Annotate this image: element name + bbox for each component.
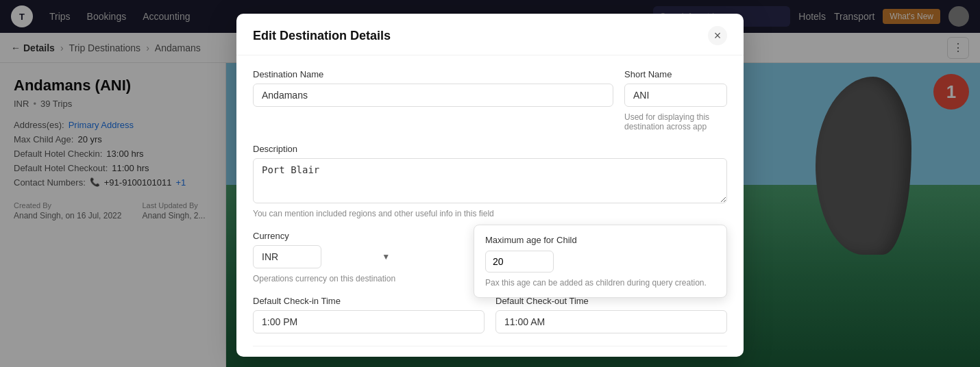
checkin-time-label: Default Check-in Time — [253, 296, 485, 306]
modal: Edit Destination Details × Destination N… — [236, 14, 744, 357]
description-label: Description — [253, 144, 727, 154]
destination-name-label: Destination Name — [253, 69, 613, 79]
modal-bottom-divider — [253, 346, 727, 346]
modal-close-button[interactable]: × — [708, 26, 727, 45]
checkout-time-input[interactable] — [495, 310, 727, 333]
destination-name-input[interactable] — [253, 84, 613, 107]
modal-header: Edit Destination Details × — [236, 14, 744, 55]
description-hint: You can mention included regions and oth… — [253, 209, 727, 218]
max-age-hint: Pax this age can be added as children du… — [485, 278, 715, 288]
currency-group: Currency INR USD EUR ▼ Operations curren… — [253, 231, 395, 283]
description-textarea[interactable] — [253, 158, 727, 203]
form-row-names: Destination Name Short Name Used for dis… — [253, 69, 727, 131]
short-name-group: Short Name Used for displaying this dest… — [624, 69, 727, 131]
currency-hint: Operations currency on this destination — [253, 274, 395, 283]
short-name-label: Short Name — [624, 69, 727, 79]
modal-title: Edit Destination Details — [253, 29, 391, 43]
modal-body: Destination Name Short Name Used for dis… — [236, 55, 744, 357]
checkin-group: Default Check-in Time — [253, 296, 485, 333]
short-name-input[interactable] — [624, 84, 727, 107]
max-age-input[interactable] — [485, 251, 554, 273]
currency-select[interactable]: INR USD EUR — [253, 245, 321, 268]
max-age-label: Maximum age for Child — [485, 235, 715, 245]
short-name-hint: Used for displaying this destination acr… — [624, 112, 727, 131]
max-age-popover: Maximum age for Child Pax this age can b… — [474, 225, 727, 298]
description-group: Description You can mention included reg… — [253, 144, 727, 218]
modal-overlay: Edit Destination Details × Destination N… — [0, 0, 980, 367]
checkin-time-input[interactable] — [253, 310, 485, 333]
currency-select-wrapper: INR USD EUR ▼ — [253, 245, 395, 268]
destination-name-group: Destination Name — [253, 69, 613, 131]
form-row-times: Default Check-in Time Default Check-out … — [253, 296, 727, 333]
checkout-group: Default Check-out Time — [495, 296, 727, 333]
select-arrow-icon: ▼ — [382, 252, 390, 262]
currency-label: Currency — [253, 231, 395, 241]
